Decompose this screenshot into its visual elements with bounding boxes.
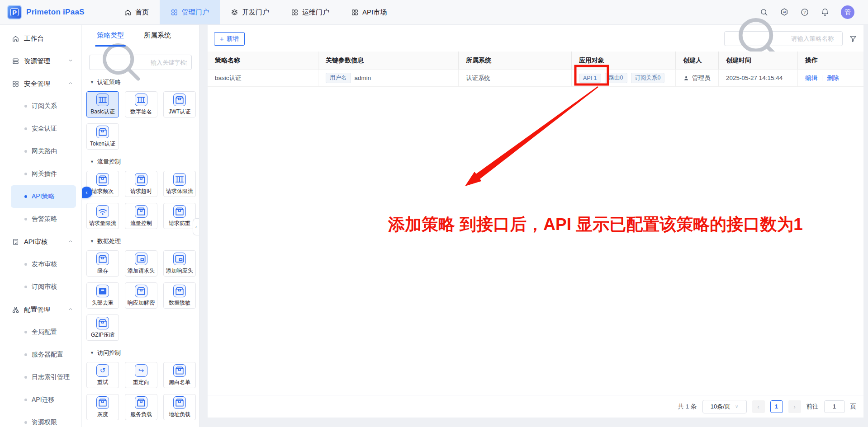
- policy-card-流量控制[interactable]: 流量控制: [125, 203, 157, 229]
- sidebar-subitem-发布审核[interactable]: 发布审核: [11, 253, 76, 276]
- sidebar-subitem-API策略[interactable]: API策略: [11, 185, 76, 208]
- bullet-icon: [24, 127, 27, 130]
- sidebar-subitem-订阅审核[interactable]: 订阅审核: [11, 276, 76, 298]
- package-icon: [173, 364, 186, 377]
- policy-name-search-input[interactable]: [791, 35, 838, 42]
- column-header-操作: 操作: [798, 52, 863, 70]
- panel-collapse-handle[interactable]: ‹: [193, 218, 199, 235]
- policy-card-响应加解密[interactable]: 响应加解密: [125, 282, 157, 309]
- help-icon[interactable]: ?: [800, 8, 809, 17]
- policy-card-头部去重[interactable]: 头部去重: [86, 282, 119, 309]
- bullet-icon: [24, 218, 27, 221]
- policy-card-添加响应头[interactable]: 添加响应头: [163, 250, 196, 277]
- triangle-down-icon: ▼: [90, 239, 94, 244]
- sidebar-subitem-安全认证[interactable]: 安全认证: [11, 117, 76, 140]
- tab-所属系统[interactable]: 所属系统: [144, 31, 171, 50]
- policy-card-GZIP压缩[interactable]: GZIP压缩: [86, 314, 119, 341]
- policy-sections: ▼认证策略Basic认证数字签名JWT认证Token认证▼流量控制请求频次请求超…: [82, 78, 199, 420]
- policy-card-重试[interactable]: ↺重试: [86, 362, 119, 388]
- sidebar-subitem-服务器配置[interactable]: 服务器配置: [11, 343, 76, 366]
- table-header-row: 策略名称关键参数信息所属系统应用对象创建人创建时间操作: [208, 52, 863, 70]
- policy-card-Basic认证[interactable]: Basic认证: [86, 91, 119, 117]
- policy-card-数字签名[interactable]: 数字签名: [125, 91, 157, 117]
- tab-策略类型[interactable]: 策略类型: [97, 31, 124, 50]
- nav-item-开发门户[interactable]: 开发门户: [220, 0, 280, 24]
- panel-search-box: [89, 55, 192, 70]
- cell-created-at: 2025-05-27 14:15:44: [719, 70, 798, 87]
- sidebar-subitem-网关插件[interactable]: 网关插件: [11, 163, 76, 185]
- policy-card-缓存[interactable]: 缓存: [86, 250, 119, 277]
- target-tag-highlighted[interactable]: API 1: [579, 74, 601, 83]
- sidebar-subitem-日志索引管理[interactable]: 日志索引管理: [11, 366, 76, 389]
- nav-item-API市场[interactable]: API市场: [340, 0, 398, 24]
- edit-link[interactable]: 编辑: [805, 74, 817, 82]
- policy-card-请求体限流[interactable]: 请求体限流: [163, 171, 196, 197]
- policy-card-请求量限流[interactable]: 请求量限流: [86, 203, 119, 229]
- policy-card-添加请求头[interactable]: 添加请求头: [125, 250, 157, 277]
- toolbar: + 新增: [208, 25, 863, 52]
- bridge-icon: [173, 173, 186, 186]
- section-title[interactable]: ▼数据处理: [90, 237, 199, 245]
- next-page-button[interactable]: ›: [788, 400, 801, 413]
- sidebar-subitem-订阅关系[interactable]: 订阅关系: [11, 95, 76, 117]
- nav-item-运维门户[interactable]: 运维门户: [280, 0, 340, 24]
- sidebar-subitem-全局配置[interactable]: 全局配置: [11, 321, 76, 343]
- pagination: 共 1 条 10条/页 ∨ ‹ 1 › 前往 页: [208, 395, 863, 418]
- package-icon: [173, 285, 186, 297]
- policy-card-JWT认证[interactable]: JWT认证: [163, 91, 196, 117]
- package-icon: [96, 396, 109, 409]
- page-size-select[interactable]: 10条/页 ∨: [702, 400, 747, 413]
- user-icon: [683, 75, 689, 81]
- bullet-icon: [24, 173, 27, 175]
- policy-card-重定向[interactable]: ↪重定向: [125, 362, 157, 388]
- sidebar-item-资源管理[interactable]: 资源管理: [0, 50, 81, 72]
- sidebar-item-安全管理[interactable]: 安全管理: [0, 72, 81, 95]
- policy-card-服务负载[interactable]: 服务负载: [125, 394, 157, 420]
- notifications-bell-icon[interactable]: [821, 8, 830, 17]
- cell-key-params: 用户名admin: [318, 70, 459, 87]
- redirect-icon: ↪: [135, 364, 147, 377]
- sidebar-subitem-资源权限[interactable]: 资源权限: [11, 411, 76, 427]
- bullet-icon: [24, 376, 27, 379]
- sidebar-item-工作台[interactable]: 工作台: [0, 27, 81, 50]
- target-tag[interactable]: 订阅关系0: [631, 73, 665, 83]
- chevron-down-icon: ∨: [735, 404, 738, 409]
- current-page-button[interactable]: 1: [770, 400, 783, 413]
- section-title[interactable]: ▼访问控制: [90, 349, 199, 357]
- package-icon: [135, 173, 147, 186]
- cell-policy-name: basic认证: [208, 70, 318, 87]
- policy-card-黑白名单[interactable]: 黑白名单: [163, 362, 196, 388]
- bullet-icon: [24, 105, 27, 108]
- package-icon: [135, 205, 147, 218]
- goto-page-input[interactable]: [824, 400, 845, 413]
- bullet-icon: [24, 399, 27, 401]
- cell-apply-targets: API 1路由0订阅关系0: [572, 70, 676, 87]
- doc-icon: [12, 238, 19, 246]
- policy-card-地址负载[interactable]: 地址负载: [163, 394, 196, 420]
- sidebar: 工作台资源管理安全管理订阅关系安全认证网关路由网关插件API策略告警策略API审…: [0, 25, 82, 427]
- sidebar-subitem-告警策略[interactable]: 告警策略: [11, 208, 76, 230]
- target-tag[interactable]: 路由0: [605, 73, 627, 83]
- sidebar-subitem-API迁移[interactable]: API迁移: [11, 389, 76, 411]
- user-avatar[interactable]: 管: [841, 5, 854, 19]
- sidebar-subitem-网关路由[interactable]: 网关路由: [11, 140, 76, 163]
- filter-funnel-icon[interactable]: [849, 35, 857, 43]
- section-title[interactable]: ▼流量控制: [90, 158, 199, 166]
- svg-text:?: ?: [803, 10, 806, 14]
- page-unit-label: 页: [850, 403, 857, 411]
- nav-item-首页[interactable]: 首页: [113, 0, 160, 24]
- policy-name-search-box: [724, 31, 843, 46]
- policy-card-请求防重[interactable]: 请求防重: [163, 203, 196, 229]
- keyword-search-input[interactable]: [151, 59, 187, 66]
- sidebar-item-配置管理[interactable]: 配置管理: [0, 298, 81, 321]
- policy-card-数据脱敏[interactable]: 数据脱敏: [163, 282, 196, 309]
- policy-card-请求超时[interactable]: 请求超时: [125, 171, 157, 197]
- add-button[interactable]: + 新增: [214, 32, 245, 46]
- policy-card-Token认证[interactable]: Token认证: [86, 123, 119, 150]
- policy-card-灰度[interactable]: 灰度: [86, 394, 119, 420]
- nav-item-管理门户[interactable]: 管理门户: [160, 0, 220, 24]
- sidebar-item-API审核[interactable]: API审核: [0, 230, 81, 253]
- triangle-down-icon: ▼: [90, 160, 94, 164]
- prev-page-button[interactable]: ‹: [752, 400, 765, 413]
- delete-link[interactable]: 删除: [827, 74, 839, 82]
